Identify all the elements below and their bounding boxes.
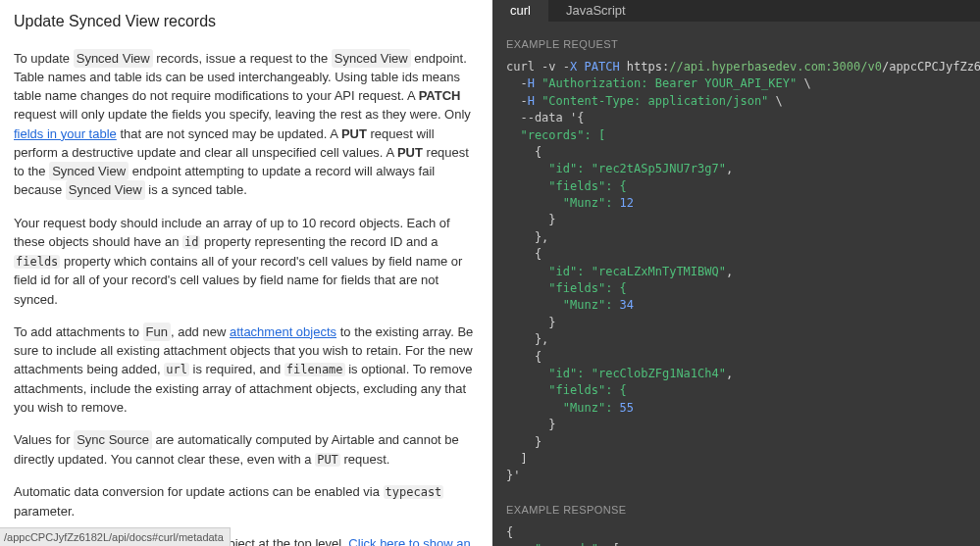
attachment-objects-link[interactable]: attachment objects	[230, 324, 336, 339]
put-token: PUT	[315, 453, 340, 467]
code-body: EXAMPLE REQUEST curl -v -X PATCH https:/…	[492, 22, 980, 546]
synced-view-badge: Synced View	[49, 162, 129, 180]
synced-view-badge: Synced View	[332, 49, 411, 68]
example-response-heading: EXAMPLE RESPONSE	[506, 503, 980, 519]
fields-token: fields	[14, 255, 60, 269]
example-request-heading: EXAMPLE REQUEST	[506, 37, 980, 53]
patch-label: PATCH	[419, 88, 461, 103]
put-label: PUT	[341, 126, 367, 141]
example-request-code[interactable]: curl -v -X PATCH https://api.hyperbasede…	[506, 59, 980, 485]
para-5: Automatic data conversion for update act…	[14, 482, 479, 521]
synced-view-badge: Synced View	[66, 180, 145, 199]
tab-curl[interactable]: curl	[492, 0, 548, 23]
id-token: id	[182, 235, 200, 249]
typecast-token: typecast	[384, 485, 444, 499]
page-root: Update Synced View records To update Syn…	[0, 0, 980, 546]
lang-tabs: curl JavaScript	[492, 0, 980, 22]
put-label: PUT	[397, 145, 423, 160]
tab-javascript[interactable]: JavaScript	[548, 0, 644, 23]
filename-token: filename	[284, 363, 345, 376]
doc-pane: Update Synced View records To update Syn…	[0, 0, 492, 546]
browser-statusbar: /appcCPCJyfZz6182L/api/docs#curl/metadat…	[0, 527, 231, 546]
para-2: Your request body should include an arra…	[14, 214, 479, 309]
code-pane: curl JavaScript show API key EXAMPLE REQ…	[492, 0, 980, 546]
url-token: url	[164, 363, 189, 376]
fun-badge: Fun	[143, 323, 171, 341]
page-title: Update Synced View records	[14, 10, 479, 33]
example-response-code[interactable]: { "records": [ { "id": "rec2tASp5JNU7r3g…	[506, 524, 980, 546]
fields-in-table-link[interactable]: fields in your table	[14, 126, 117, 141]
para-3: To add attachments to Fun, add new attac…	[14, 323, 479, 418]
synced-view-badge: Synced View	[74, 49, 153, 68]
para-4: Values for Sync Source are automatically…	[14, 430, 479, 469]
sync-source-badge: Sync Source	[74, 430, 152, 449]
para-1: To update Synced View records, issue a r…	[14, 49, 479, 200]
